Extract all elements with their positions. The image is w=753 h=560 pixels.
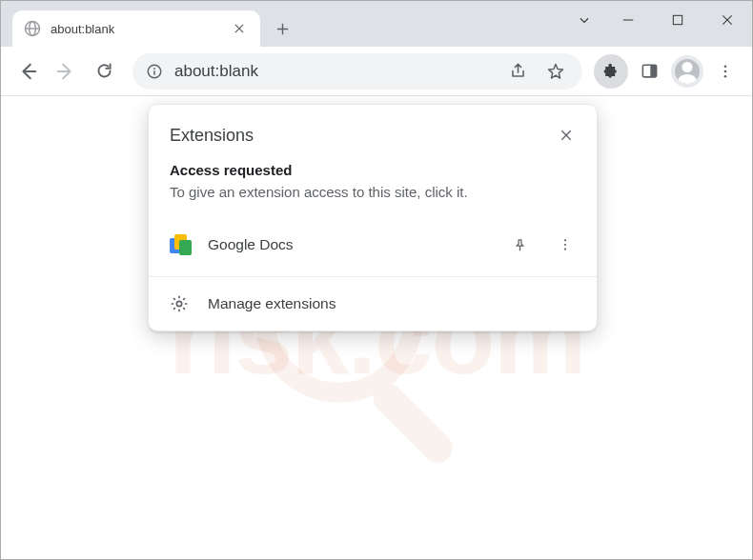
extension-name: Google Docs [208, 236, 488, 253]
access-requested-title: Access requested [170, 162, 576, 178]
reload-button[interactable] [87, 54, 121, 89]
new-tab-button[interactable] [266, 12, 298, 45]
access-requested-section: Access requested To give an extension ac… [149, 154, 597, 217]
url-text: about:blank [174, 62, 494, 81]
browser-tab[interactable]: about:blank [12, 10, 260, 47]
manage-extensions-label: Manage extensions [208, 295, 336, 312]
svg-point-13 [724, 74, 727, 77]
close-tab-button[interactable] [230, 19, 249, 38]
svg-point-12 [724, 70, 727, 72]
tab-title: about:blank [51, 22, 220, 36]
svg-rect-5 [673, 15, 682, 24]
tab-search-button[interactable] [565, 1, 603, 39]
avatar-icon [671, 55, 703, 88]
svg-point-17 [176, 301, 181, 306]
svg-point-7 [153, 68, 155, 70]
extension-item[interactable]: Google Docs [149, 217, 597, 277]
google-docs-icon [170, 234, 191, 255]
extensions-popup: Extensions Access requested To give an e… [148, 104, 598, 331]
window-titlebar: about:blank [1, 1, 752, 47]
manage-extensions-item[interactable]: Manage extensions [149, 277, 597, 330]
svg-point-11 [724, 65, 727, 68]
maximize-button[interactable] [653, 1, 702, 39]
close-popup-button[interactable] [551, 120, 581, 150]
svg-rect-10 [650, 65, 656, 77]
svg-rect-8 [153, 70, 155, 75]
window-controls [565, 1, 752, 39]
extension-menu-button[interactable] [551, 230, 580, 259]
gear-icon [170, 294, 189, 313]
svg-point-15 [564, 244, 566, 246]
access-requested-desc: To give an extension access to this site… [170, 184, 576, 200]
svg-point-14 [564, 239, 566, 241]
share-icon[interactable] [505, 62, 531, 80]
sidepanel-button[interactable] [632, 54, 666, 89]
globe-icon [24, 20, 41, 37]
popup-header: Extensions [149, 105, 597, 154]
forward-button[interactable] [49, 54, 83, 89]
pin-extension-button[interactable] [505, 230, 534, 259]
back-button[interactable] [10, 54, 45, 89]
site-info-icon[interactable] [146, 63, 163, 80]
browser-toolbar: about:blank [1, 47, 752, 96]
popup-title: Extensions [170, 126, 254, 146]
bookmark-star-icon[interactable] [542, 62, 569, 81]
svg-point-16 [564, 249, 566, 250]
extensions-button[interactable] [594, 54, 628, 89]
minimize-button[interactable] [603, 1, 653, 39]
address-bar[interactable]: about:blank [132, 53, 582, 90]
profile-button[interactable] [670, 54, 704, 89]
chrome-menu-button[interactable] [708, 54, 743, 89]
close-window-button[interactable] [702, 1, 752, 39]
